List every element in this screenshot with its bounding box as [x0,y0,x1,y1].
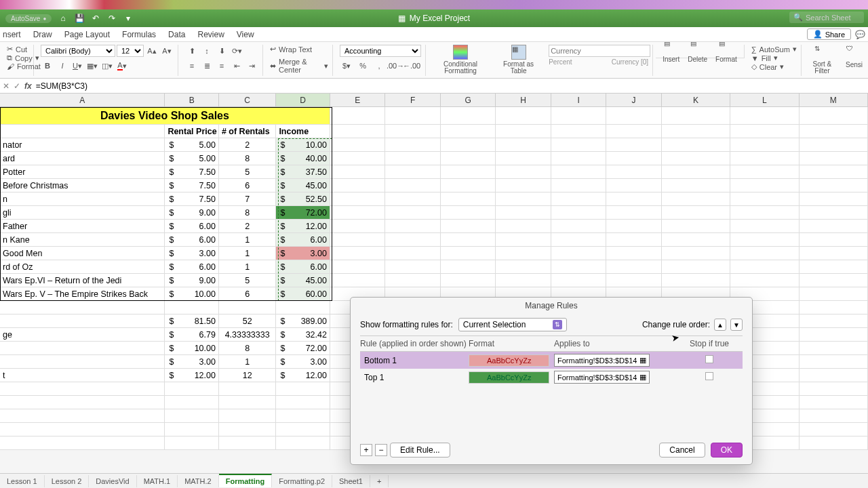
format-painter-button[interactable]: 🖌Format [7,62,29,70]
copy-button[interactable]: ⧉Copy ▾ [7,54,29,62]
sheet-tab[interactable]: MATH.2 [178,475,219,487]
align-mid-icon[interactable]: ↕ [200,45,214,57]
percent-icon[interactable]: % [356,60,370,72]
dec-decimal-icon[interactable]: ←.00 [405,60,418,72]
fill-color-button[interactable]: ◫▾ [100,60,114,72]
align-right-icon[interactable]: ≡ [215,60,229,72]
cancel-formula-icon[interactable]: ✕ [3,81,9,91]
conditional-formatting-button[interactable]: Conditional Formatting [429,45,492,75]
clear-button[interactable]: ◇Clear ▾ [751,62,797,71]
comma-icon[interactable]: , [372,60,386,72]
ribbon-tab[interactable]: View [237,30,254,39]
range-picker-icon[interactable]: ▦ [639,373,646,382]
ok-button[interactable]: OK [711,443,743,458]
style-currency0[interactable]: Currency [0] [612,58,648,66]
format-as-table-button[interactable]: ▦ Format as Table [495,45,542,75]
ribbon-tab[interactable]: Page Layout [64,30,110,39]
autosum-button[interactable]: ∑AutoSum ▾ [751,45,797,54]
sheet-tab[interactable]: MATH.1 [137,475,178,487]
col-header-D[interactable]: D [276,94,330,106]
edit-rule-button[interactable]: Edit Rule... [390,443,450,458]
align-center-icon[interactable]: ≣ [200,60,214,72]
align-top-icon[interactable]: ⬆ [185,45,199,57]
autosave-toggle[interactable]: AutoSave● [5,14,52,23]
fill-button[interactable]: ▼Fill ▾ [751,54,797,62]
sheet-tab[interactable]: Lesson 2 [45,475,90,487]
applies-to-input[interactable]: Formatting!$D$3:$D$14 ▦ [554,371,650,384]
undo-icon[interactable]: ↶ [91,14,100,23]
currency-icon[interactable]: $▾ [340,60,353,72]
format-button[interactable]: ▤Format [713,42,740,63]
scope-select[interactable]: Current Selection⇅ [458,318,568,331]
underline-button[interactable]: U▾ [71,60,84,72]
col-header-E[interactable]: E [330,94,385,106]
formula-input[interactable]: =SUM(B3*C3) [36,81,87,91]
comments-icon[interactable]: 💬 [855,30,865,39]
add-rule-button[interactable]: + [360,444,372,456]
col-header-I[interactable]: I [551,94,606,106]
font-color-button[interactable]: A▾ [115,60,129,72]
accept-formula-icon[interactable]: ✓ [14,81,20,91]
font-name-select[interactable]: Calibri (Body) [41,45,115,57]
redo-icon[interactable]: ↷ [107,14,117,23]
insert-button[interactable]: ▤Insert [660,42,682,63]
col-header-C[interactable]: C [219,94,276,106]
style-currency[interactable] [549,45,650,57]
fx-icon[interactable]: fx [24,81,32,91]
rule-row[interactable]: Top 1AaBbCcYyZzFormatting!$D$3:$D$14 ▦ [360,369,743,386]
col-header-G[interactable]: G [441,94,496,106]
col-header-L[interactable]: L [730,94,799,106]
sheet-tab[interactable]: DaviesVid [89,475,136,487]
style-percent[interactable]: Percent [549,58,572,66]
col-header-H[interactable]: H [496,94,551,106]
ribbon-tab[interactable]: Data [168,30,185,39]
cancel-button[interactable]: Cancel [659,443,705,458]
add-sheet-button[interactable]: + [370,475,389,487]
orientation-icon[interactable]: ⟳▾ [230,45,243,57]
number-format-select[interactable]: Accounting [340,45,421,57]
indent-dec-icon[interactable]: ⇤ [230,60,243,72]
ribbon-tab[interactable]: Formulas [122,30,156,39]
share-button[interactable]: 👤Share [807,28,851,40]
cut-button[interactable]: ✂Cut [7,45,29,54]
col-header-J[interactable]: J [606,94,661,106]
move-down-button[interactable]: ▼ [730,319,743,331]
font-size-select[interactable]: 12 [117,45,144,57]
wrap-text-button[interactable]: ↩Wrap Text [270,45,328,54]
home-icon[interactable]: ⌂ [58,14,68,23]
col-header-M[interactable]: M [800,94,868,106]
move-up-button[interactable]: ▲ [714,319,726,331]
ribbon-tab[interactable]: Review [197,30,224,39]
italic-button[interactable]: I [56,60,69,72]
stop-if-true-checkbox[interactable] [705,372,713,380]
range-picker-icon[interactable]: ▦ [639,356,646,365]
column-headers[interactable]: ABCDEFGHIJKLM [0,94,868,107]
ribbon-tab[interactable]: Draw [33,30,52,39]
ribbon-tab[interactable]: nsert [3,30,21,39]
stop-if-true-checkbox[interactable] [705,355,713,363]
sheet-tab[interactable]: Lesson 1 [0,475,45,487]
sheet-tab[interactable]: Sheet1 [332,475,370,487]
save-icon[interactable]: 💾 [75,14,84,23]
indent-inc-icon[interactable]: ⇥ [245,60,258,72]
align-left-icon[interactable]: ≡ [185,60,199,72]
col-header-B[interactable]: B [165,94,219,106]
qat-more-icon[interactable]: ▾ [123,14,133,23]
merge-center-button[interactable]: ⬌Merge & Center ▾ [270,58,328,74]
sort-filter-button[interactable]: ⇅Sort & Filter [804,45,840,75]
sheet-tab[interactable]: Formatting [219,474,272,487]
col-header-K[interactable]: K [662,94,730,106]
remove-rule-button[interactable]: − [375,444,387,456]
sheet-tab[interactable]: Formatting.p2 [272,475,332,487]
inc-decimal-icon[interactable]: .00→ [389,60,402,72]
shrink-font-icon[interactable]: A▾ [160,45,174,57]
applies-to-input[interactable]: Formatting!$D$3:$D$14 ▦ [554,354,650,367]
grow-font-icon[interactable]: A▴ [145,45,159,57]
border-button[interactable]: ▦▾ [85,60,99,72]
search-input[interactable]: 🔍 Search Sheet [789,12,864,23]
bold-button[interactable]: B [41,60,54,72]
rule-row[interactable]: Bottom 1AaBbCcYyZzFormatting!$D$3:$D$14 … [360,352,743,369]
delete-button[interactable]: ▤Delete [685,42,710,63]
sensitivity-button[interactable]: 🛡Sensi [843,45,865,68]
col-header-F[interactable]: F [385,94,440,106]
